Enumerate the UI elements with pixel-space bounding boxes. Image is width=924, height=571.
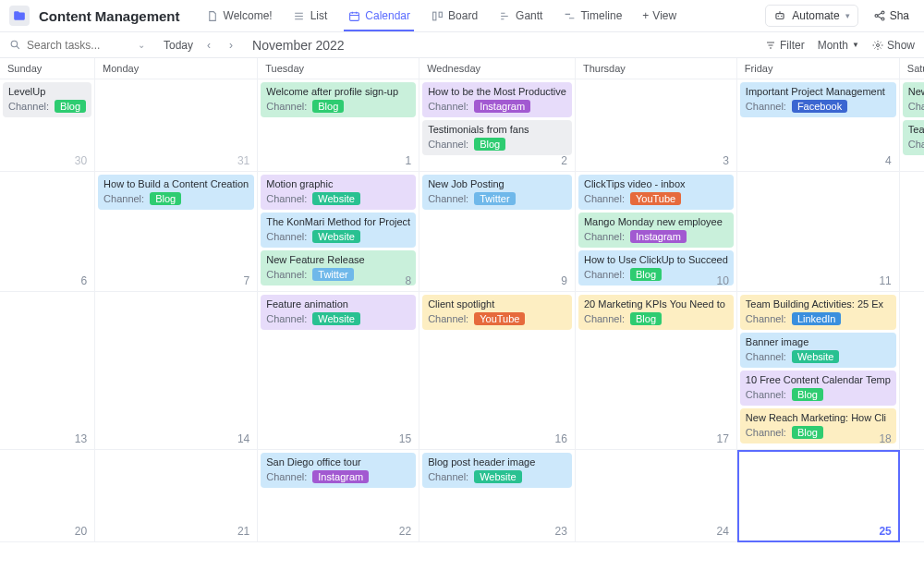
filter-button[interactable]: Filter <box>765 39 805 52</box>
calendar-icon <box>347 9 360 22</box>
day-number: 25 <box>879 525 891 538</box>
calendar-event[interactable]: Welcome after profile sign-upChannel:Blo… <box>261 82 416 117</box>
tab-timeline[interactable]: Timeline <box>553 0 631 31</box>
calendar-cell[interactable]: How to Build a Content CreationChannel:B… <box>95 172 258 292</box>
event-title: The KonMari Method for Project <box>266 216 410 227</box>
day-number: 22 <box>399 525 411 538</box>
calendar-cell[interactable]: Motion graphicChannel:WebsiteThe KonMari… <box>258 172 419 292</box>
calendar-event[interactable]: Banner imageChannel:Website <box>740 333 896 368</box>
svg-point-5 <box>781 16 783 18</box>
calendar-cell[interactable]: 12 <box>900 172 924 292</box>
search-dropdown[interactable]: ⌄ <box>138 40 145 50</box>
calendar-event[interactable]: Blog post header imageChannel:Website <box>422 453 572 488</box>
calendar-cell[interactable]: 14 <box>95 292 258 450</box>
calendar-cell[interactable]: Important Project ManagementChannel:Face… <box>737 79 900 172</box>
event-title: Motion graphic <box>266 178 410 189</box>
tab-calendar[interactable]: Calendar <box>338 0 419 31</box>
calendar-cell[interactable]: 24 <box>576 450 737 542</box>
calendar-cell[interactable]: 25 <box>737 450 900 542</box>
channel-label: Channel: <box>428 139 468 150</box>
tab-label: Timeline <box>580 9 622 22</box>
prev-button[interactable]: ‹ <box>202 39 215 52</box>
calendar-event[interactable]: How to Build a Content CreationChannel:B… <box>98 175 254 210</box>
calendar-cell[interactable]: Feature animationChannel:Website15 <box>258 292 419 450</box>
automate-button[interactable]: Automate ▾ <box>765 5 857 27</box>
calendar-event[interactable]: How to Use ClickUp to SucceedChannel:Blo… <box>578 250 734 286</box>
calendar-event[interactable]: ClickTips video - inboxChannel:YouTube <box>578 175 734 210</box>
tab-welcome[interactable]: Welcome! <box>197 0 282 31</box>
tab-board[interactable]: Board <box>421 0 487 31</box>
channel-tag: Blog <box>792 388 823 401</box>
tab-label: Welcome! <box>224 9 273 22</box>
day-number: 17 <box>716 432 728 445</box>
calendar-event[interactable]: Mango Monday new employeeChannel:Instagr… <box>578 213 734 248</box>
show-button[interactable]: Show <box>872 39 915 52</box>
calendar-event[interactable]: Motion graphicChannel:Website <box>261 175 416 210</box>
day-header: Monday <box>95 58 258 79</box>
calendar-cell[interactable]: 31 <box>95 79 258 172</box>
day-number: 18 <box>879 432 891 445</box>
range-selector[interactable]: Month ▼ <box>818 39 859 52</box>
tab-gantt[interactable]: Gantt <box>489 0 552 31</box>
day-number: 30 <box>75 154 87 167</box>
channel-label: Channel: <box>584 193 625 204</box>
calendar-cell[interactable]: New Job PostingChannel:Twitter9 <box>419 172 576 292</box>
calendar-cell[interactable]: 20 Marketing KPIs You Need toChannel:Blo… <box>576 292 737 450</box>
calendar-event[interactable]: 20 Marketing KPIs You Need toChannel:Blo… <box>578 295 734 330</box>
calendar-event[interactable]: New Feature ReleaseChannel:Twitter <box>261 250 416 286</box>
share-button[interactable]: Sha <box>868 6 915 26</box>
event-title: San Diego office tour <box>266 456 410 468</box>
add-view-button[interactable]: + View <box>633 9 686 22</box>
top-toolbar: Content Management Welcome! List Calenda… <box>0 0 924 32</box>
tab-label: Board <box>448 9 478 22</box>
calendar-event[interactable]: Feature animationChannel:Website <box>261 295 416 330</box>
svg-rect-3 <box>776 14 784 19</box>
calendar-event[interactable]: San Diego office tourChannel:Instagram <box>261 453 416 488</box>
day-number: 21 <box>237 525 249 538</box>
calendar-event[interactable]: New Reach Marketing: How CliChannel:Blog <box>740 408 896 443</box>
calendar-event[interactable]: New Job PostingChannel:Twitter <box>422 175 572 210</box>
calendar-cell[interactable]: Blog post header imageChannel:Website23 <box>419 450 576 542</box>
calendar-cell[interactable]: 6 <box>0 172 95 292</box>
calendar-event[interactable]: LevelUpChannel:Blog <box>3 82 91 117</box>
calendar-cell[interactable]: 21 <box>95 450 258 542</box>
channel-label: Channel: <box>746 351 786 362</box>
robot-icon <box>773 9 786 22</box>
calendar-cell[interactable]: How to be the Most ProductiveChannel:Ins… <box>419 79 576 172</box>
folder-icon <box>9 6 30 26</box>
calendar-event[interactable]: Testimonials from fansChannel:Blog <box>422 120 572 155</box>
calendar-cell[interactable]: LevelUpChannel:Blog30 <box>0 79 95 172</box>
channel-tag: Twitter <box>312 268 353 281</box>
month-label: November 2022 <box>252 38 345 53</box>
calendar-event[interactable]: Client spotlightChannel:YouTube <box>422 295 572 330</box>
search-input[interactable] <box>27 39 128 52</box>
calendar-event[interactable]: Important Project ManagementChannel:Face… <box>740 82 896 117</box>
calendar-cell[interactable]: 11 <box>737 172 900 292</box>
calendar-event[interactable]: The KonMari Method for ProjectChannel:We… <box>261 213 416 248</box>
tab-list[interactable]: List <box>284 0 337 31</box>
calendar-cell[interactable]: Team Building Activities: 25 ExChannel:L… <box>737 292 900 450</box>
calendar-cell[interactable]: ClickTips video - inboxChannel:YouTubeMa… <box>576 172 737 292</box>
calendar-cell[interactable]: 13 <box>0 292 95 450</box>
calendar-event[interactable]: New logoChannel:Website <box>903 82 924 117</box>
calendar-cell[interactable]: Client spotlightChannel:YouTube16 <box>419 292 576 450</box>
calendar-cell[interactable]: 26 <box>900 450 924 542</box>
svg-point-10 <box>876 43 879 46</box>
channel-tag: Blog <box>55 100 86 113</box>
calendar-cell[interactable]: New logoChannel:WebsiteTeam outingChanne… <box>900 79 924 172</box>
calendar-event[interactable]: Team outingChannel:Website <box>903 120 924 155</box>
channel-label: Channel: <box>584 231 625 242</box>
day-number: 1 <box>405 154 411 167</box>
calendar-event[interactable]: 10 Free Content Calendar TempChannel:Blo… <box>740 371 896 406</box>
calendar-cell[interactable]: San Diego office tourChannel:Instagram22 <box>258 450 419 542</box>
calendar-cell[interactable]: 3 <box>576 79 737 172</box>
svg-rect-1 <box>432 12 435 20</box>
calendar-event[interactable]: Team Building Activities: 25 ExChannel:L… <box>740 295 896 330</box>
calendar-event[interactable]: How to be the Most ProductiveChannel:Ins… <box>422 82 572 117</box>
event-title: Client spotlight <box>428 298 566 310</box>
calendar-cell[interactable]: 19 <box>900 292 924 450</box>
today-button[interactable]: Today <box>164 39 193 52</box>
calendar-cell[interactable]: 20 <box>0 450 95 542</box>
calendar-cell[interactable]: Welcome after profile sign-upChannel:Blo… <box>258 79 419 172</box>
next-button[interactable]: › <box>225 39 237 52</box>
